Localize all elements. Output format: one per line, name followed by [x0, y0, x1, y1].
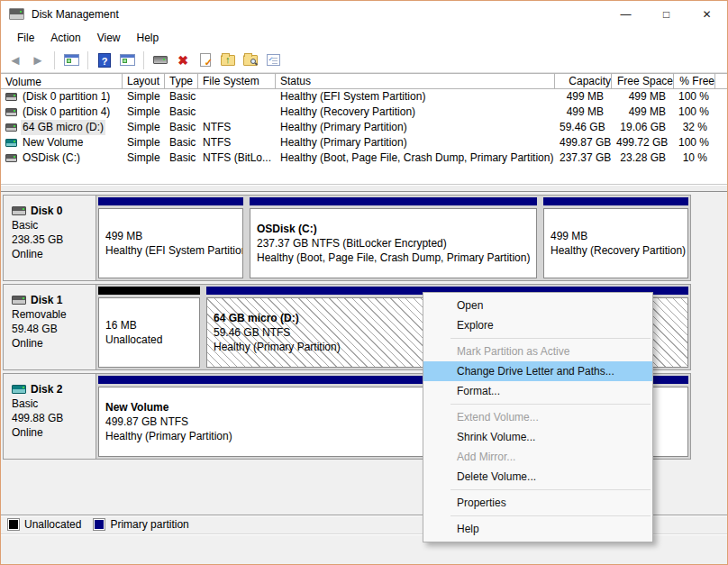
toolbar-separator [143, 51, 144, 69]
app-icon [9, 8, 24, 20]
menu-file[interactable]: File [9, 29, 42, 47]
menu-separator [450, 515, 651, 516]
disk-size: 238.35 GB [12, 232, 92, 247]
back-icon: ◄ [9, 53, 23, 67]
partition-type-bar [543, 197, 688, 205]
help-icon: ? [98, 53, 111, 68]
disk-1-header[interactable]: Disk 1 Removable 59.48 GB Online [4, 285, 96, 369]
disk-kind: Removable [12, 307, 92, 322]
delete-icon: ✖ [177, 54, 188, 67]
show-console-tree-icon [64, 54, 79, 66]
primary-partition-swatch [94, 519, 105, 530]
disk-icon [12, 206, 26, 215]
back-button[interactable]: ◄ [6, 50, 24, 70]
menu-view[interactable]: View [89, 29, 129, 47]
partition-type-bar [250, 197, 537, 205]
disk-kind: Basic [12, 218, 92, 232]
volume-list: Volume Layout Type File System Status Ca… [1, 73, 727, 184]
column-header-type[interactable]: Type [165, 74, 198, 88]
help-button[interactable]: ? [96, 50, 114, 70]
partition-efi[interactable]: 499 MB Healthy (EFI System Partition) [96, 196, 245, 280]
menu-separator [450, 404, 651, 405]
properties-check-button[interactable]: ✓ [196, 50, 214, 70]
table-row[interactable]: (Disk 0 partition 4) Simple Basic Health… [1, 105, 727, 120]
folder-up-button[interactable]: ↑ [219, 50, 237, 70]
volume-icon [5, 123, 17, 132]
show-action-pane-icon [120, 54, 135, 66]
menu-item-properties[interactable]: Properties [423, 493, 652, 513]
window-title: Disk Management [32, 8, 119, 21]
volume-icon [5, 154, 17, 162]
volume-icon [5, 108, 17, 116]
menu-item-shrink-volume[interactable]: Shrink Volume... [423, 427, 652, 447]
partition-type-bar [98, 197, 243, 205]
table-row-selected[interactable]: 64 GB micro (D:) Simple Basic NTFS Healt… [1, 120, 727, 135]
disk-management-window: Disk Management — □ ✕ File Action View H… [0, 0, 728, 565]
disk-row-0: Disk 0 Basic 238.35 GB Online 499 MB Hea… [3, 195, 691, 281]
minimize-button[interactable]: — [605, 1, 646, 27]
show-action-pane-button[interactable] [118, 50, 136, 70]
disk-status: Online [12, 425, 92, 440]
menu-bar: File Action View Help [1, 27, 727, 48]
menu-separator [450, 489, 651, 490]
disk-size: 59.48 GB [12, 322, 92, 336]
disk-status: Online [12, 247, 92, 261]
disk-size: 499.88 GB [12, 411, 92, 425]
column-header-free-space[interactable]: Free Space [612, 74, 674, 88]
menu-item-mark-partition-active: Mark Partition as Active [423, 342, 652, 361]
pane-splitter[interactable] [1, 184, 727, 192]
close-button[interactable]: ✕ [687, 1, 727, 27]
unallocated-swatch [8, 519, 19, 530]
maximize-button[interactable]: □ [646, 1, 687, 27]
forward-icon: ► [32, 53, 45, 67]
menu-item-change-drive-letter[interactable]: Change Drive Letter and Paths... [423, 361, 652, 381]
menu-help[interactable]: Help [129, 29, 168, 47]
volume-list-header: Volume Layout Type File System Status Ca… [1, 73, 727, 89]
context-menu: Open Explore Mark Partition as Active Ch… [423, 292, 653, 542]
device-icon [153, 56, 168, 64]
checklist-icon [267, 54, 280, 66]
device-button[interactable] [151, 50, 169, 70]
partition-recovery[interactable]: 499 MB Healthy (Recovery Partition) [541, 196, 690, 280]
disk-icon [12, 385, 26, 394]
volume-icon [5, 139, 17, 147]
column-header-status[interactable]: Status [276, 74, 555, 88]
legend-primary-partition: Primary partition [94, 518, 188, 531]
forward-button[interactable]: ► [29, 50, 47, 70]
column-header-volume[interactable]: Volume [1, 74, 123, 88]
disk-kind: Basic [12, 396, 92, 411]
folder-search-button[interactable] [241, 50, 259, 70]
menu-separator [450, 338, 651, 339]
menu-item-extend-volume: Extend Volume... [423, 407, 652, 427]
toolbar: ◄ ► ? ✖ ✓ ↑ [1, 48, 727, 73]
show-console-tree-button[interactable] [62, 50, 80, 70]
partition-osdisk-c[interactable]: OSDisk (C:) 237.37 GB NTFS (BitLocker En… [248, 196, 539, 280]
column-header-file-system[interactable]: File System [198, 74, 276, 88]
toolbar-separator [54, 51, 55, 69]
menu-item-open[interactable]: Open [423, 296, 652, 315]
title-bar: Disk Management — □ ✕ [1, 1, 727, 27]
legend-unallocated: Unallocated [8, 518, 81, 531]
menu-action[interactable]: Action [42, 29, 88, 47]
delete-button[interactable]: ✖ [174, 50, 192, 70]
menu-item-help[interactable]: Help [423, 519, 652, 539]
properties-check-icon: ✓ [200, 53, 211, 67]
disk-0-header[interactable]: Disk 0 Basic 238.35 GB Online [4, 196, 96, 280]
folder-search-icon [243, 55, 258, 66]
volume-icon [5, 93, 17, 101]
menu-item-delete-volume[interactable]: Delete Volume... [423, 467, 652, 487]
toolbar-separator [87, 51, 88, 69]
column-header-layout[interactable]: Layout [123, 74, 165, 88]
checklist-button[interactable] [264, 50, 282, 70]
disk-icon [12, 296, 26, 305]
column-header-pct-free[interactable]: % Free [674, 74, 715, 88]
menu-item-format[interactable]: Format... [423, 381, 652, 401]
table-row[interactable]: (Disk 0 partition 1) Simple Basic Health… [1, 89, 727, 105]
menu-item-explore[interactable]: Explore [423, 315, 652, 335]
folder-up-icon: ↑ [221, 55, 235, 66]
disk-2-header[interactable]: Disk 2 Basic 499.88 GB Online [4, 374, 96, 459]
partition-unallocated[interactable]: 16 MB Unallocated [96, 285, 202, 369]
column-header-capacity[interactable]: Capacity [555, 74, 612, 88]
table-row[interactable]: New Volume Simple Basic NTFS Healthy (Pr… [1, 135, 727, 150]
table-row[interactable]: OSDisk (C:) Simple Basic NTFS (BitLo... … [1, 150, 727, 166]
